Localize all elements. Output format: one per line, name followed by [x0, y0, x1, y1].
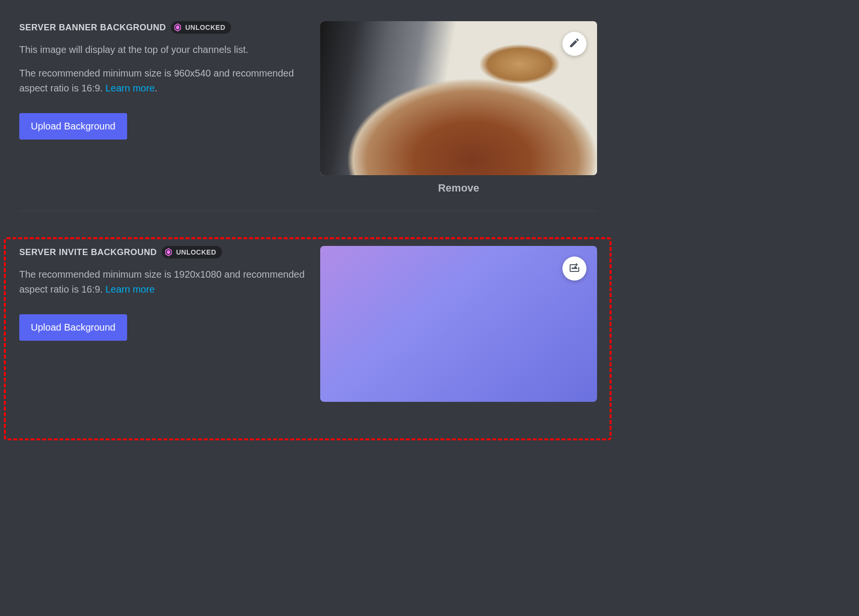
upload-background-button[interactable]: Upload Background: [19, 113, 127, 140]
banner-preview[interactable]: [320, 21, 597, 175]
banner-header: SERVER BANNER BACKGROUND UNLOCKED: [19, 21, 306, 34]
banner-left-col: SERVER BANNER BACKGROUND UNLOCKED This i…: [19, 21, 306, 194]
learn-more-link[interactable]: Learn more: [105, 284, 155, 295]
invite-desc: The recommended minimum size is 1920x108…: [19, 267, 306, 297]
server-banner-section: SERVER BANNER BACKGROUND UNLOCKED This i…: [0, 0, 616, 205]
invite-title: SERVER INVITE BACKGROUND: [19, 247, 157, 257]
remove-button[interactable]: Remove: [320, 182, 597, 194]
unlocked-badge: UNLOCKED: [162, 246, 222, 258]
banner-desc-2-post: .: [155, 83, 157, 93]
invite-header: SERVER INVITE BACKGROUND UNLOCKED: [19, 246, 306, 258]
invite-preview-wrap: [320, 246, 597, 402]
badge-text: UNLOCKED: [176, 248, 216, 256]
invite-preview[interactable]: [320, 246, 597, 402]
badge-text: UNLOCKED: [185, 24, 225, 31]
banner-desc-2: The recommended minimum size is 960x540 …: [19, 66, 306, 96]
boost-icon: [173, 23, 182, 32]
banner-desc-1: This image will display at the top of yo…: [19, 42, 306, 57]
upload-background-button[interactable]: Upload Background: [19, 314, 127, 341]
boost-icon: [164, 247, 173, 257]
unlocked-badge: UNLOCKED: [171, 21, 231, 34]
edit-banner-button[interactable]: [562, 32, 586, 56]
pencil-icon: [569, 37, 580, 51]
banner-right-col: Remove: [320, 21, 597, 194]
learn-more-link[interactable]: Learn more: [105, 83, 155, 93]
server-invite-section: SERVER INVITE BACKGROUND UNLOCKED The re…: [0, 211, 616, 412]
add-invite-image-button[interactable]: [562, 257, 586, 281]
invite-left-col: SERVER INVITE BACKGROUND UNLOCKED The re…: [19, 246, 306, 402]
add-image-icon: [569, 262, 580, 275]
invite-desc-pre: The recommended minimum size is 1920x108…: [19, 269, 305, 295]
banner-title: SERVER BANNER BACKGROUND: [19, 23, 166, 33]
banner-image: [320, 21, 597, 175]
invite-right-col: [320, 246, 597, 402]
banner-preview-wrap: Remove: [320, 21, 597, 194]
